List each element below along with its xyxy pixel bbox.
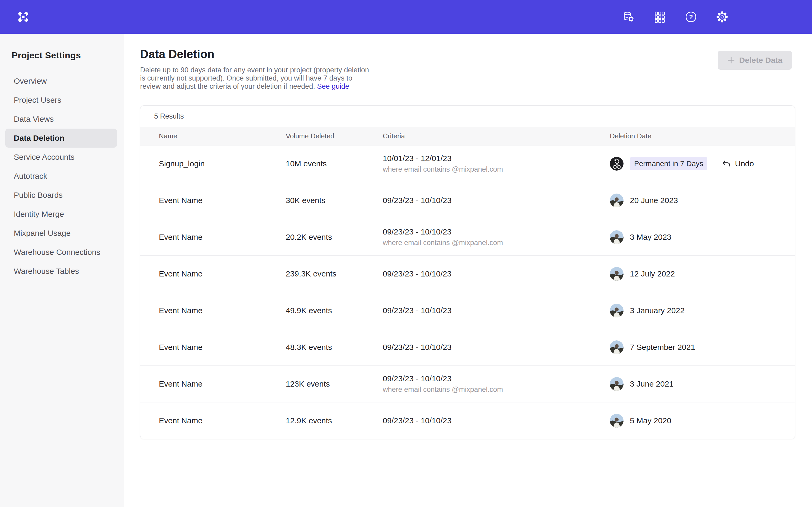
row-volume-deleted: 20.2K events: [286, 233, 383, 242]
deletion-date: 20 June 2023: [630, 196, 678, 205]
row-volume-deleted: 48.3K events: [286, 343, 383, 352]
table-row: Event Name 30K events 09/23/23 - 10/10/2…: [140, 182, 795, 219]
sidebar-item-project-users[interactable]: Project Users: [0, 91, 124, 110]
see-guide-link[interactable]: See guide: [317, 82, 349, 90]
user-avatar: [610, 304, 623, 318]
data-management-icon[interactable]: [622, 11, 635, 23]
undo-button[interactable]: Undo: [722, 159, 754, 168]
topbar-icon-group: ?: [622, 11, 812, 23]
row-volume-deleted: 239.3K events: [286, 269, 383, 278]
page-title: Data Deletion: [140, 48, 812, 61]
column-header-criteria: Criteria: [383, 132, 610, 140]
row-deletion-date-cell: 3 May 2023: [610, 230, 795, 244]
sidebar-item-mixpanel-usage[interactable]: Mixpanel Usage: [0, 224, 124, 243]
top-navigation-bar: ?: [0, 0, 812, 34]
row-criteria-date-range: 09/23/23 - 10/10/23: [383, 269, 610, 278]
row-criteria-filter: where email contains @mixpanel.com: [383, 165, 610, 173]
column-header-volume-deleted: Volume Deleted: [286, 132, 383, 140]
deletion-requests-card: 5 Results Name Volume Deleted Criteria D…: [140, 105, 795, 439]
row-event-name: Event Name: [159, 380, 286, 388]
row-volume-deleted: 30K events: [286, 196, 383, 205]
row-criteria-date-range: 09/23/23 - 10/10/23: [383, 306, 610, 315]
main-content: Data Deletion Delete up to 90 days data …: [124, 34, 812, 507]
settings-gear-icon[interactable]: [716, 11, 728, 23]
mixpanel-logo[interactable]: [16, 10, 30, 24]
sidebar-item-warehouse-connections[interactable]: Warehouse Connections: [0, 243, 124, 262]
row-volume-deleted: 123K events: [286, 380, 383, 388]
table-row: Signup_login 10M events 10/01/23 - 12/01…: [140, 145, 795, 182]
row-deletion-date-cell: 3 January 2022: [610, 304, 795, 318]
row-criteria: 10/01/23 - 12/01/23 where email contains…: [383, 154, 610, 173]
table-row: Event Name 239.3K events 09/23/23 - 10/1…: [140, 256, 795, 292]
row-criteria: 09/23/23 - 10/10/23: [383, 306, 610, 315]
sketch-avatar: [610, 157, 623, 171]
row-event-name: Event Name: [159, 196, 286, 205]
column-header-name: Name: [159, 132, 286, 140]
row-deletion-date-cell: 12 July 2022: [610, 267, 795, 281]
row-event-name: Event Name: [159, 343, 286, 352]
row-event-name: Signup_login: [159, 159, 286, 168]
column-header-deletion-date: Deletion Date: [610, 132, 795, 140]
row-deletion-date-cell: 7 September 2021: [610, 340, 795, 354]
row-criteria-date-range: 09/23/23 - 10/10/23: [383, 374, 610, 383]
sidebar-item-overview[interactable]: Overview: [0, 71, 124, 91]
page-description: Delete up to 90 days data for any event …: [140, 66, 373, 91]
sidebar-item-warehouse-tables[interactable]: Warehouse Tables: [0, 262, 124, 281]
table-body: Signup_login 10M events 10/01/23 - 12/01…: [140, 145, 795, 439]
sidebar-item-autotrack[interactable]: Autotrack: [0, 167, 124, 186]
row-deletion-date-cell: Permanent in 7 Days Undo: [610, 157, 795, 171]
status-badge: Permanent in 7 Days: [630, 157, 707, 170]
sidebar-item-identity-merge[interactable]: Identity Merge: [0, 205, 124, 224]
row-criteria: 09/23/23 - 10/10/23: [383, 196, 610, 205]
sidebar-menu: OverviewProject UsersData ViewsData Dele…: [0, 71, 124, 281]
user-avatar: [610, 230, 623, 244]
deletion-date: 12 July 2022: [630, 269, 675, 278]
user-avatar: [610, 267, 623, 281]
table-row: Event Name 49.9K events 09/23/23 - 10/10…: [140, 292, 795, 329]
deletion-date: 7 September 2021: [630, 343, 695, 352]
deletion-date: 3 May 2023: [630, 233, 671, 242]
user-avatar: [610, 193, 623, 207]
row-criteria-date-range: 10/01/23 - 12/01/23: [383, 154, 610, 163]
page-header: Data Deletion Delete up to 90 days data …: [124, 34, 812, 91]
row-criteria-filter: where email contains @mixpanel.com: [383, 239, 610, 247]
row-criteria-date-range: 09/23/23 - 10/10/23: [383, 227, 610, 236]
deletion-date: 3 January 2022: [630, 306, 684, 315]
delete-data-button[interactable]: Delete Data: [718, 51, 792, 70]
table-row: Event Name 12.9K events 09/23/23 - 10/10…: [140, 402, 795, 439]
plus-icon: [727, 56, 735, 64]
row-volume-deleted: 49.9K events: [286, 306, 383, 315]
help-icon[interactable]: ?: [684, 11, 697, 23]
sidebar-item-service-accounts[interactable]: Service Accounts: [0, 148, 124, 167]
row-event-name: Event Name: [159, 269, 286, 278]
svg-text:?: ?: [689, 13, 693, 20]
user-avatar: [610, 414, 623, 428]
row-criteria: 09/23/23 - 10/10/23: [383, 416, 610, 425]
row-event-name: Event Name: [159, 306, 286, 315]
mixpanel-x-logo-icon: [17, 11, 29, 23]
sidebar-item-data-views[interactable]: Data Views: [0, 110, 124, 129]
project-settings-sidebar: Project Settings OverviewProject UsersDa…: [0, 34, 124, 507]
row-criteria-date-range: 09/23/23 - 10/10/23: [383, 343, 610, 352]
delete-data-button-label: Delete Data: [739, 56, 782, 65]
sidebar-item-data-deletion[interactable]: Data Deletion: [5, 129, 117, 148]
deletion-date: 3 June 2021: [630, 380, 673, 388]
row-event-name: Event Name: [159, 416, 286, 425]
row-criteria: 09/23/23 - 10/10/23: [383, 269, 610, 278]
row-criteria: 09/23/23 - 10/10/23: [383, 343, 610, 352]
row-volume-deleted: 12.9K events: [286, 416, 383, 425]
sidebar-heading: Project Settings: [12, 50, 124, 60]
row-deletion-date-cell: 3 June 2021: [610, 377, 795, 391]
row-deletion-date-cell: 5 May 2020: [610, 414, 795, 428]
row-criteria: 09/23/23 - 10/10/23 where email contains…: [383, 227, 610, 247]
row-deletion-date-cell: 20 June 2023: [610, 193, 795, 207]
row-criteria-date-range: 09/23/23 - 10/10/23: [383, 196, 610, 205]
row-criteria-date-range: 09/23/23 - 10/10/23: [383, 416, 610, 425]
table-row: Event Name 48.3K events 09/23/23 - 10/10…: [140, 329, 795, 365]
apps-grid-icon[interactable]: [653, 11, 666, 23]
results-count: 5 Results: [140, 106, 795, 127]
user-avatar: [610, 377, 623, 391]
deletion-date: 5 May 2020: [630, 416, 671, 425]
row-criteria-filter: where email contains @mixpanel.com: [383, 386, 610, 394]
sidebar-item-public-boards[interactable]: Public Boards: [0, 186, 124, 205]
